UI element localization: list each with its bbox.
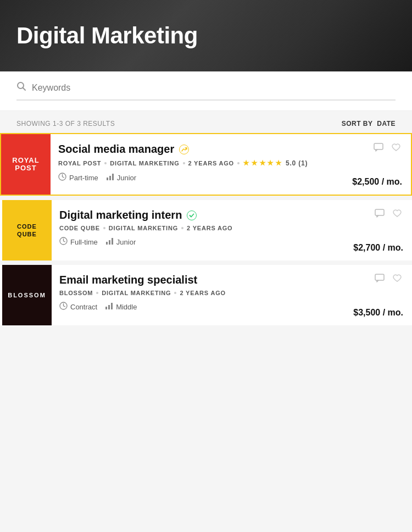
favorite-button[interactable] [391,208,403,221]
favorite-button[interactable] [390,142,402,156]
comment-button[interactable] [374,208,386,221]
job-title: Email marketing specialist [59,274,197,286]
job-category: DIGITAL MARKETING [109,225,178,231]
svg-rect-13 [375,209,384,215]
job-level-tag: Middle [105,302,137,312]
search-bar [16,81,396,101]
job-category: DIGITAL MARKETING [102,290,171,296]
svg-rect-7 [374,143,383,149]
job-info: Social media manager ROYAL POST DIGITAL … [51,134,343,195]
action-icons [374,208,403,221]
stars-row: ★ ★ ★ ★ ★ 5.0 (1) [243,159,308,167]
results-count: SHOWING 1-3 OF 3 RESULTS [16,120,115,128]
job-category: DIGITAL MARKETING [110,160,179,167]
page-title: Digital Marketing [16,23,198,49]
sort-by[interactable]: SORT BY DATE [342,120,396,128]
company-logo: CODEQUBE [2,200,52,261]
job-info: Digital marketing intern CODE QUBE DIGIT… [52,200,344,261]
results-meta: SHOWING 1-3 OF 3 RESULTS SORT BY DATE [0,111,412,133]
job-title-row: Social media manager [58,143,336,156]
job-level-label: Middle [116,303,137,311]
comment-button[interactable] [372,142,385,156]
job-salary: $3,500 / mo. [353,308,403,318]
meta-dot [96,292,98,294]
company-logo: BLOSSOM [2,265,52,325]
job-actions: $3,500 / mo. [344,265,412,325]
job-title-row: Email marketing specialist [59,274,337,286]
job-level-label: Junior [117,174,136,182]
job-info: Email marketing specialist BLOSSOM DIGIT… [52,265,344,325]
level-icon [105,237,114,247]
job-salary: $2,700 / mo. [353,243,403,253]
company-logo: ROYALPOST [1,134,51,195]
meta-dot [174,292,176,294]
job-tags: Full-time Junior [59,237,337,247]
job-actions: $2,700 / mo. [344,200,412,261]
job-type-tag: Full-time [59,237,98,247]
meta-dot [181,227,183,229]
svg-rect-16 [108,305,110,309]
search-input[interactable] [32,83,396,93]
svg-rect-18 [375,274,384,280]
job-tags: Contract Middle [59,302,337,312]
level-icon [106,173,114,182]
svg-rect-10 [106,242,108,245]
favorite-button[interactable] [391,273,403,286]
level-icon [105,302,113,312]
star-icon: ★ [275,159,282,167]
svg-rect-5 [109,176,111,180]
job-actions: $2,500 / mo. [343,134,411,195]
job-meta: BLOSSOM DIGITAL MARKETING 2 YEARS AGO [59,290,337,296]
clock-icon [59,237,68,247]
star-icon: ★ [243,159,250,167]
trending-up-icon [179,144,190,155]
search-icon [16,81,26,94]
job-meta: ROYAL POST DIGITAL MARKETING 2 YEARS AGO… [58,159,336,167]
job-level-label: Junior [116,238,136,246]
company-name: ROYAL POST [58,160,101,167]
action-icons [374,273,403,286]
table-row[interactable]: CODEQUBE Digital marketing intern CODE Q… [0,200,412,261]
job-tags: Part-time Junior [58,173,336,182]
search-section [0,71,412,111]
svg-line-1 [23,88,26,91]
job-salary: $2,500 / mo. [352,177,402,187]
star-icon: ★ [251,159,258,167]
star-icon: ★ [259,159,266,167]
action-icons [372,142,402,156]
job-title: Digital marketing intern [59,209,182,221]
job-title-row: Digital marketing intern [59,209,337,221]
table-row[interactable]: ROYALPOST Social media manager ROYAL POS… [0,133,412,196]
hero-section: Digital Marketing [0,0,412,71]
verified-icon [186,210,197,221]
job-type-label: Full-time [70,238,98,246]
jobs-list: ROYALPOST Social media manager ROYAL POS… [0,133,412,346]
svg-rect-4 [107,178,108,180]
job-meta: CODE QUBE DIGITAL MARKETING 2 YEARS AGO [59,225,337,231]
job-type-label: Part-time [69,174,98,182]
star-icon: ★ [267,159,274,167]
svg-rect-6 [112,174,114,180]
clock-icon [58,173,66,182]
company-name: BLOSSOM [59,290,93,296]
meta-dot [103,227,105,229]
comment-button[interactable] [374,273,386,286]
job-level-tag: Junior [105,237,136,247]
svg-rect-11 [109,240,110,245]
meta-dot [183,162,185,164]
svg-rect-12 [112,238,113,245]
job-level-tag: Junior [106,173,136,182]
table-row[interactable]: BLOSSOM Email marketing specialist BLOSS… [0,265,412,325]
job-type-tag: Contract [59,302,97,312]
meta-dot [237,162,240,164]
job-type-label: Contract [70,303,97,311]
svg-rect-17 [111,303,113,309]
job-title: Social media manager [58,143,174,156]
svg-point-8 [187,210,197,220]
company-name: CODE QUBE [59,225,100,231]
meta-dot [104,162,107,164]
svg-rect-15 [105,307,107,309]
posted-time: 2 YEARS AGO [187,225,232,231]
clock-icon [59,302,68,312]
job-type-tag: Part-time [58,173,98,182]
